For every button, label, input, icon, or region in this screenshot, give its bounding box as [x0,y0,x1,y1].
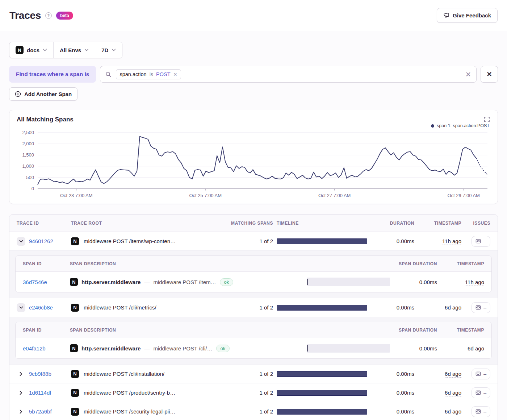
collapse-row-chevron-down-icon[interactable] [17,303,25,312]
timeline-bar[interactable] [277,409,367,415]
traces-table-header: TRACE ID TRACE ROOT MATCHING SPANS TIMEL… [9,215,498,232]
table-row: e246cb8e N middleware POST /cli/metrics/… [9,298,498,317]
spans-table-header: SPAN ID SPAN DESCRIPTION SPAN DURATION T… [16,256,491,272]
duration-value: 0.00ms [371,408,414,415]
span-status-badge: ok [220,278,234,286]
chevron-down-icon [43,49,47,51]
matching-spans-value: 1 of 2 [230,408,273,415]
token-value: POST [156,71,170,77]
legend-dot-icon [431,124,434,128]
spans-line-chart[interactable]: 05001,0001,5002,0002,500Oct 23 7:00 AMOc… [17,129,490,200]
timeline-bar[interactable] [277,305,367,311]
timeline-bar[interactable] [277,371,367,377]
issues-button[interactable]: – [472,302,490,313]
col-span-timestamp: TIMESTAMP [437,328,484,333]
matching-spans-value: 1 of 2 [230,390,273,396]
remove-span-query-button[interactable]: ✕ [481,66,498,83]
page-filter-bar: N docs All Envs 7D [9,42,122,58]
separator: — [144,279,150,285]
span-id-link[interactable]: 36d7546e [23,279,70,285]
chart-legend[interactable]: span 1: span.action:POST [17,123,490,128]
timeline-bar[interactable] [277,238,367,244]
search-clear-icon[interactable]: ✕ [465,70,471,79]
span-id-link[interactable]: e04fa12b [23,345,70,352]
svg-text:Oct 23 7:00 AM: Oct 23 7:00 AM [60,193,92,198]
chevron-down-icon [112,49,116,51]
svg-text:Oct 27 7:00 AM: Oct 27 7:00 AM [318,193,351,198]
span-row: 36d7546e N http.server.middleware — midd… [16,272,491,292]
span-op-label: http.server.middleware [81,345,141,352]
nextjs-project-icon: N [71,304,79,312]
matching-spans-value: 1 of 2 [230,304,273,311]
expand-row-chevron-right-icon[interactable] [17,388,25,397]
trace-id-link[interactable]: 1d6114df [29,390,51,396]
span-timestamp-value: 11h ago [465,279,484,286]
nextjs-project-icon: N [71,370,79,378]
span-row: e04fa12b N http.server.middleware — midd… [16,338,491,358]
search-filter-token[interactable]: span.action is POST ✕ [116,69,181,79]
table-row: 5b72a6bf N middleware POST /security-leg… [9,402,498,420]
project-selector-label: docs [27,47,39,53]
help-icon[interactable]: ? [45,12,52,19]
svg-text:500: 500 [26,175,34,180]
chart-title: All Matching Spans [17,116,74,123]
table-row: 1d6114df N middleware POST /product/sent… [9,383,498,402]
collapse-row-chevron-down-icon[interactable] [17,237,25,246]
col-span-id: SPAN ID [23,328,70,333]
col-trace-root: TRACE ROOT [71,221,230,226]
trace-id-link[interactable]: 94601262 [29,238,53,244]
span-description-label: middleware POST /cli/… [153,345,212,352]
token-remove-icon[interactable]: ✕ [173,72,177,77]
col-span-duration: SPAN DURATION [394,328,437,333]
span-timeline-bar[interactable] [307,344,390,353]
issues-button[interactable]: – [472,387,490,398]
span-search-input[interactable]: span.action is POST ✕ ✕ [100,66,477,83]
project-selector[interactable]: N docs [9,42,53,58]
issues-button[interactable]: – [472,369,490,379]
trace-id-link[interactable]: 5b72a6bf [29,408,52,415]
token-key: span.action [120,71,146,77]
trace-id-link[interactable]: e246cb8e [29,304,53,311]
timestamp-value: 6d ago [445,408,461,415]
expand-row-chevron-right-icon[interactable] [17,407,25,416]
expanded-spans-section: SPAN ID SPAN DESCRIPTION SPAN DURATION T… [9,251,498,298]
beta-badge: beta [56,12,73,20]
col-duration: DURATION [371,221,414,226]
span-op-label: http.server.middleware [81,279,141,285]
nextjs-project-icon: N [71,408,79,416]
environment-selector[interactable]: All Envs [53,42,95,58]
separator: — [144,345,150,352]
col-span-id: SPAN ID [23,261,70,266]
issues-button[interactable]: – [472,236,490,247]
expand-chart-icon[interactable] [483,116,490,124]
timestamp-value: 11h ago [442,238,461,245]
nextjs-project-icon: N [70,278,78,286]
environment-selector-label: All Envs [60,47,81,53]
expand-row-chevron-right-icon[interactable] [17,370,25,378]
svg-text:Oct 29 7:00 AM: Oct 29 7:00 AM [447,193,479,198]
timeline-bar[interactable] [277,390,367,396]
trace-root-label: middleware POST /items/wp-conten… [84,238,176,244]
plus-circle-icon [15,91,21,97]
page-header: Traces ? beta Give Feedback [0,0,507,31]
span-timeline-bar[interactable] [307,278,390,286]
nextjs-project-icon: N [71,389,79,397]
svg-text:1,000: 1,000 [22,163,34,169]
trace-root-label: middleware POST /cli/installation/ [84,371,164,377]
find-traces-label: Find traces where a span is [9,66,96,83]
svg-text:2,500: 2,500 [22,130,34,135]
matching-spans-value: 1 of 2 [230,238,273,244]
timestamp-value: 6d ago [445,390,461,396]
col-trace-id: TRACE ID [17,221,71,226]
page-title: Traces [9,10,41,21]
trace-id-link[interactable]: 9cb9f88b [29,371,51,377]
table-row: 9cb9f88b N middleware POST /cli/installa… [9,365,498,383]
nextjs-project-icon: N [70,344,78,352]
issues-button[interactable]: – [472,406,490,417]
token-operator: is [150,71,153,77]
add-another-span-button[interactable]: Add Another Span [9,87,77,101]
duration-value: 0.00ms [371,304,414,311]
give-feedback-button[interactable]: Give Feedback [437,8,498,23]
trace-root-label: middleware POST /security-legal-pii… [84,408,175,415]
date-range-selector[interactable]: 7D [95,42,122,58]
